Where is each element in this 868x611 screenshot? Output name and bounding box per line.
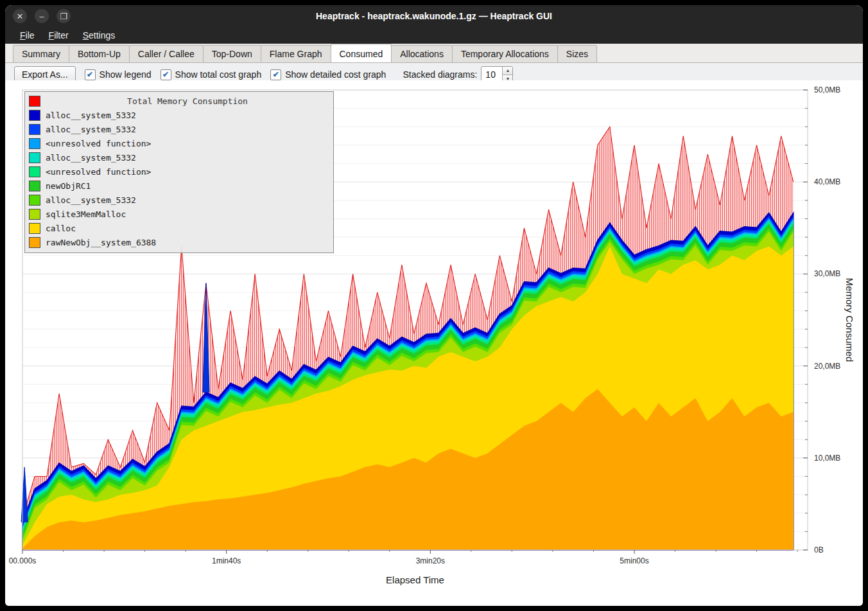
legend-label: rawNewObj__system_6388: [46, 238, 156, 247]
legend-label: alloc__system_5332: [46, 195, 136, 205]
tab-caller-callee[interactable]: Caller / Callee: [129, 45, 204, 62]
show-legend-label: Show legend: [100, 69, 152, 80]
tab-consumed[interactable]: Consumed: [331, 44, 392, 62]
legend-swatch: [29, 138, 40, 149]
tab-temporary-allocations[interactable]: Temporary Allocations: [452, 45, 558, 62]
legend-swatch: [29, 195, 40, 206]
svg-text:50,0MB: 50,0MB: [814, 85, 840, 94]
minimize-icon: –: [39, 12, 44, 21]
legend-swatch: [29, 110, 40, 121]
legend-swatch: [29, 124, 40, 135]
stacked-diagrams-label: Stacked diagrams:: [403, 69, 477, 80]
legend-label: alloc__system_5332: [46, 111, 136, 120]
heaptrack-window: ✕ – ❒ Heaptrack - heaptrack.wakunode.1.g…: [5, 5, 863, 606]
tab-flame-graph[interactable]: Flame Graph: [261, 45, 331, 62]
svg-text:Elapsed Time: Elapsed Time: [386, 574, 444, 585]
window-controls: ✕ – ❒: [13, 9, 71, 23]
screen: ✕ – ❒ Heaptrack - heaptrack.wakunode.1.g…: [0, 0, 868, 611]
show-legend-checkbox[interactable]: ✔ Show legend: [85, 69, 152, 80]
legend-entry: alloc__system_5332: [29, 108, 329, 122]
legend-label: alloc__system_5332: [46, 125, 136, 134]
legend-label: calloc: [46, 224, 76, 233]
legend-swatch: [29, 237, 40, 248]
legend-swatch: [29, 96, 40, 107]
show-detailed-cost-checkbox[interactable]: ✔ Show detailed cost graph: [270, 69, 386, 80]
svg-text:3min20s: 3min20s: [416, 556, 445, 565]
legend-swatch: [29, 166, 40, 177]
svg-text:1min40s: 1min40s: [212, 556, 241, 565]
svg-text:20,0MB: 20,0MB: [814, 362, 840, 371]
legend-title: Total Memory Consumption: [46, 96, 329, 106]
svg-text:0B: 0B: [814, 545, 824, 554]
menu-file[interactable]: File: [14, 28, 40, 42]
svg-text:00.000s: 00.000s: [9, 556, 37, 565]
legend-swatch: [29, 181, 40, 191]
maximize-icon: ❒: [60, 12, 67, 21]
close-button[interactable]: ✕: [13, 9, 27, 23]
maximize-button[interactable]: ❒: [56, 9, 71, 23]
legend-label: sqlite3MemMalloc: [46, 209, 126, 219]
legend-entry: alloc__system_5332: [29, 122, 329, 136]
legend-swatch: [29, 223, 40, 234]
legend-entry: newObjRC1: [29, 179, 329, 193]
menu-settings[interactable]: Settings: [77, 28, 121, 42]
menu-filter[interactable]: Filter: [43, 28, 74, 42]
legend-entry: alloc__system_5332: [29, 193, 329, 207]
tab-bottom-up[interactable]: Bottom-Up: [69, 45, 130, 62]
show-total-cost-checkbox[interactable]: ✔ Show total cost graph: [161, 69, 262, 80]
spin-up-icon[interactable]: ▲: [503, 67, 512, 75]
tab-top-down[interactable]: Top-Down: [203, 45, 261, 62]
legend-label: alloc__system_5332: [46, 153, 136, 163]
window-title: Heaptrack - heaptrack.wakunode.1.gz — He…: [5, 11, 863, 21]
legend-entry: <unresolved function>: [29, 164, 329, 179]
checkbox-check-icon: ✔: [161, 69, 171, 80]
legend-label: newObjRC1: [46, 181, 91, 191]
tab-bar: SummaryBottom-UpCaller / CalleeTop-DownF…: [5, 44, 863, 63]
legend-entry: calloc: [29, 221, 329, 235]
tab-allocations[interactable]: Allocations: [391, 45, 453, 62]
minimize-button[interactable]: –: [35, 9, 49, 23]
tab-sizes[interactable]: Sizes: [557, 45, 597, 62]
close-icon: ✕: [17, 12, 24, 21]
legend-label: <unresolved function>: [46, 167, 151, 177]
checkbox-check-icon: ✔: [85, 69, 96, 80]
legend: Total Memory Consumption alloc__system_5…: [24, 91, 334, 253]
legend-entry: rawNewObj__system_6388: [29, 235, 329, 249]
legend-swatch: [29, 209, 40, 220]
show-total-cost-label: Show total cost graph: [175, 69, 262, 80]
title-bar[interactable]: ✕ – ❒ Heaptrack - heaptrack.wakunode.1.g…: [5, 5, 863, 27]
tab-summary[interactable]: Summary: [13, 45, 69, 62]
legend-entry: sqlite3MemMalloc: [29, 207, 329, 221]
legend-entry: <unresolved function>: [29, 136, 329, 150]
legend-label: <unresolved function>: [46, 139, 151, 148]
svg-text:40,0MB: 40,0MB: [814, 177, 840, 186]
chart-area: 0B10,0MB20,0MB30,0MB40,0MB50,0MB00.000s1…: [5, 80, 863, 606]
svg-text:30,0MB: 30,0MB: [814, 269, 840, 278]
checkbox-check-icon: ✔: [270, 69, 281, 80]
legend-title-row: Total Memory Consumption: [29, 94, 329, 108]
show-detailed-cost-label: Show detailed cost graph: [285, 69, 386, 80]
svg-text:Memory Consumed: Memory Consumed: [844, 278, 855, 362]
svg-text:10,0MB: 10,0MB: [814, 454, 840, 463]
svg-text:5min00s: 5min00s: [620, 556, 648, 565]
menu-bar: FileFilterSettings: [5, 27, 863, 44]
legend-swatch: [29, 152, 40, 163]
legend-entry: alloc__system_5332: [29, 150, 329, 164]
